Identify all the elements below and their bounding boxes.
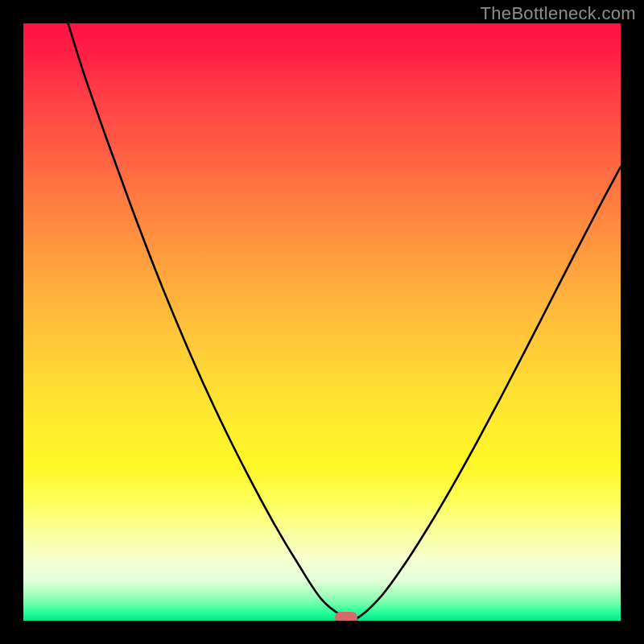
optimum-marker bbox=[335, 612, 357, 621]
bottleneck-curve bbox=[23, 23, 621, 621]
watermark-text: TheBottleneck.com bbox=[481, 3, 636, 24]
chart-container: TheBottleneck.com bbox=[0, 0, 644, 644]
plot-area bbox=[23, 23, 621, 621]
